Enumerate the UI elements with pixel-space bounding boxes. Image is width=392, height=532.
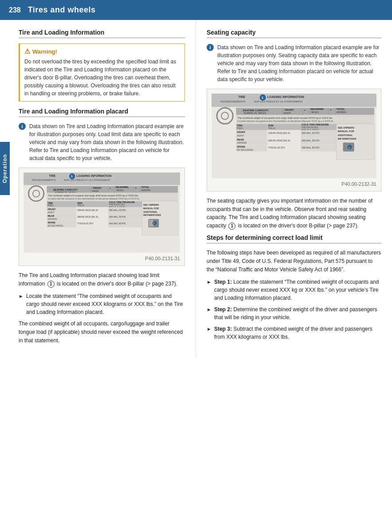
bullet-item-1: ► Locate the statement “The combined wei… <box>19 292 185 316</box>
svg-text:FRONT: FRONT <box>285 109 294 111</box>
svg-text:420 kPa, 60 PSI: 420 kPa, 60 PSI <box>109 222 126 225</box>
svg-text:ARRIÈRE: ARRIÈRE <box>47 218 57 220</box>
placard-image-left: TIRE 1 LOADING INFORMATION RENSEIGNEMENT… <box>19 168 185 266</box>
seating-heading: Seating capacity <box>207 29 381 38</box>
svg-text:1: 1 <box>262 96 264 100</box>
svg-text:TOTAL: TOTAL <box>141 186 149 188</box>
svg-text:The combined weight of occupan: The combined weight of occupants and car… <box>237 117 333 119</box>
svg-text:INFORMATIONS: INFORMATIONS <box>143 214 161 216</box>
svg-text:ARRIÈRE: ARRIÈRE <box>141 189 150 192</box>
bullet-arrow-step2: ► <box>207 306 212 321</box>
steps-intro-text: The following steps have been developed … <box>207 249 381 274</box>
svg-text:ADDITIONAL: ADDITIONAL <box>338 134 353 137</box>
svg-text:Le poids total des occupants e: Le poids total des occupants et des marc… <box>237 120 333 122</box>
step3-label: Step 3: <box>214 326 232 332</box>
sidebar-operation-label: Operation <box>0 142 10 195</box>
warning-title: ⚠ Warning! <box>24 47 180 55</box>
svg-text:FRONT: FRONT <box>47 208 56 211</box>
svg-text:TOTAL: TOTAL <box>337 108 345 110</box>
step-3-item: ► Step 3: Subtract the combined weight o… <box>207 325 381 341</box>
svg-text:SUR LES PNEUS ET LE CHARGEMENT: SUR LES PNEUS ET LE CHARGEMENT <box>64 179 111 181</box>
svg-text:390 kPa, 29 PSI: 390 kPa, 29 PSI <box>109 209 126 211</box>
svg-text:COLD TIRE PRESSURE: COLD TIRE PRESSURE <box>109 201 135 203</box>
svg-text:SEE OWNERS: SEE OWNERS <box>143 203 159 206</box>
svg-text:TIRE: TIRE <box>47 202 53 204</box>
svg-text:AVANT: AVANT <box>284 112 291 114</box>
placard-svg-left: TIRE 1 LOADING INFORMATION RENSEIGNEMENT… <box>24 172 180 253</box>
svg-text:1: 1 <box>71 174 73 178</box>
info-icon-left: i <box>19 123 26 130</box>
svg-text:ARRIÈRE: ARRIÈRE <box>337 111 347 113</box>
svg-text:MANUAL FOR: MANUAL FOR <box>338 130 354 133</box>
svg-text:285/35 ZR18 (W) XL: 285/35 ZR18 (W) XL <box>77 215 98 218</box>
svg-text:SPARE: SPARE <box>237 145 245 148</box>
page-header: 238 Tires and wheels <box>0 0 392 20</box>
svg-text:285/35 ZR18 (W) XL: 285/35 ZR18 (W) XL <box>268 139 291 142</box>
seating-capacity-section: Seating capacity i Data shown on Tire an… <box>207 29 381 230</box>
svg-text:420 kPa, 60 PSI: 420 kPa, 60 PSI <box>302 146 319 149</box>
svg-text:SIZE: SIZE <box>77 202 82 204</box>
svg-text:SEATING CAPACITY: SEATING CAPACITY <box>53 188 78 191</box>
warning-box: ⚠ Warning! Do not overload the tires by … <box>19 43 185 102</box>
svg-text:TAILLE: TAILLE <box>77 204 84 207</box>
seating-body-text: The seating capacity gives you important… <box>207 197 381 230</box>
circle-1-left: 1 <box>47 281 55 288</box>
svg-text:300 kPa, 29 PSI: 300 kPa, 29 PSI <box>302 139 319 142</box>
warning-text: Do not overload the tires by exceeding t… <box>24 58 180 98</box>
bullet-arrow-step1: ► <box>207 278 212 302</box>
svg-text:=: = <box>330 109 332 111</box>
svg-text:235/40 ZR18 (W) XL: 235/40 ZR18 (W) XL <box>77 209 98 211</box>
section2-heading: Tire and Loading Information placard <box>19 108 185 117</box>
steps-section: Steps for determining correct load limit… <box>207 234 381 341</box>
warning-icon: ⚠ <box>24 47 30 55</box>
step1-label: Step 1: <box>214 279 232 285</box>
svg-text:AVANT: AVANT <box>237 134 244 137</box>
svg-text:DE RECHANGE: DE RECHANGE <box>47 225 63 227</box>
svg-text:INFORMATIONS: INFORMATIONS <box>338 137 357 140</box>
step3-text: Subtract the combined weight of the driv… <box>214 326 372 340</box>
placard-section-left: Tire and Loading Information placard i D… <box>19 108 185 344</box>
svg-text:T75/G0-18 (P)?: T75/G0-18 (P)? <box>77 222 93 225</box>
svg-text:235/40 ZR18 (W) XL: 235/40 ZR18 (W) XL <box>268 132 291 134</box>
svg-text:TAILLE: TAILLE <box>268 127 276 129</box>
placard-body-text-left: The Tire and Loading Information placard… <box>19 271 185 288</box>
svg-text:SPARE: SPARE <box>47 221 55 224</box>
svg-text:LOADING INFORMATION: LOADING INFORMATION <box>267 95 304 98</box>
section1-heading: Tire and Loading Information <box>19 29 185 38</box>
svg-text:AVANT: AVANT <box>47 211 54 214</box>
svg-text:PNEU: PNEU <box>47 204 54 207</box>
svg-text:TIRE: TIRE <box>49 174 56 177</box>
step-2-item: ► Step 2: Determine the combined weight … <box>207 305 381 321</box>
tire-loading-section: Tire and Loading Information ⚠ Warning! … <box>19 29 185 102</box>
svg-text:FRONT: FRONT <box>93 187 102 189</box>
page-title: Tires and wheels <box>28 5 96 15</box>
svg-text:+: + <box>304 109 306 111</box>
right-column: Seating capacity i Data shown on Tire an… <box>196 20 392 358</box>
steps-heading: Steps for determining correct load limit <box>207 234 381 243</box>
svg-text:PNEU: PNEU <box>237 127 243 129</box>
main-content: Tire and Loading Information ⚠ Warning! … <box>10 20 392 358</box>
left-column: Tire and Loading Information ⚠ Warning! … <box>10 20 196 358</box>
svg-text:ARRIÈRE: ARRIÈRE <box>237 141 247 144</box>
circle-1-right: 1 <box>228 223 235 230</box>
svg-text:REAR: REAR <box>237 138 244 141</box>
svg-text:DE RECHANGE: DE RECHANGE <box>237 149 253 151</box>
svg-text:REAR: REAR <box>47 215 54 217</box>
svg-text:LOADING INFORMATION: LOADING INFORMATION <box>76 174 111 177</box>
bullet-arrow-step3: ► <box>207 325 212 341</box>
placard-caption-left: P40.00-2131-31 <box>24 256 180 261</box>
step2-label: Step 2: <box>214 306 232 313</box>
step-1-item: ► Step 1: Locate the statement “The comb… <box>207 278 381 302</box>
placard-svg-right: TIRE 1 LOADING INFORMATION RENSEIGNEMENT… <box>212 94 376 178</box>
info-icon-right: i <box>207 44 214 51</box>
svg-text:300 kPa, 29 PSI: 300 kPa, 29 PSI <box>302 132 319 134</box>
svg-text:RENSEIGNEMENTS: RENSEIGNEMENTS <box>220 100 245 103</box>
svg-point-114 <box>348 145 352 149</box>
svg-text:T75/G0-18 (P)?: T75/G0-18 (P)? <box>268 146 285 149</box>
svg-text:RENSEIGNEMENTS: RENSEIGNEMENTS <box>32 179 56 181</box>
info-note-right: i Data shown on Tire and Loading Informa… <box>207 43 381 83</box>
svg-text:MILIEU: MILIEU <box>311 111 319 113</box>
svg-text:NOMBRE DE SIÈGES: NOMBRE DE SIÈGES <box>243 112 266 114</box>
svg-text:MANUAL FOR: MANUAL FOR <box>143 207 159 210</box>
svg-text:MILIEU: MILIEU <box>117 189 124 192</box>
